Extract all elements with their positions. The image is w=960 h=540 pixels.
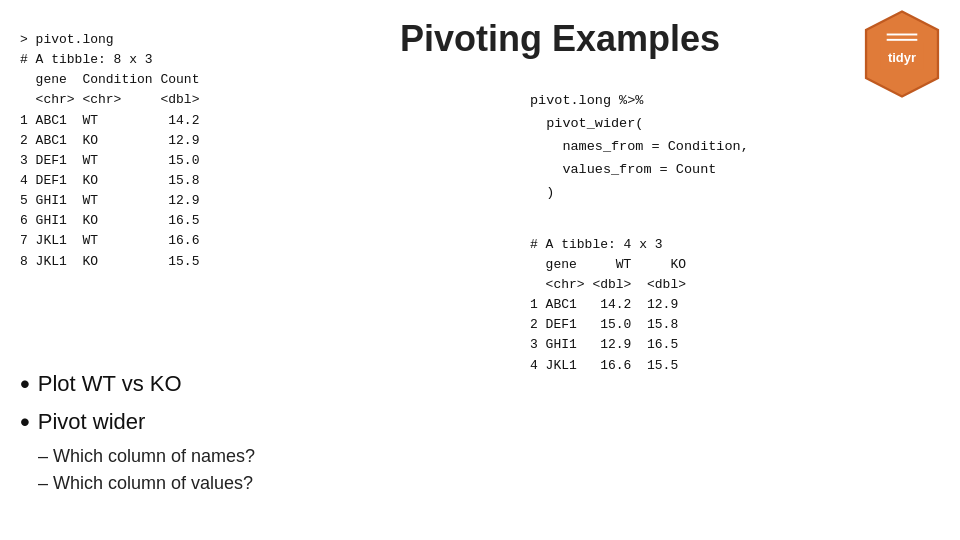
right-panel: pivot.long %>% pivot_wider( names_from =… <box>530 90 930 376</box>
left-code-block: > pivot.long # A tibble: 8 x 3 gene Cond… <box>20 30 280 272</box>
slide: Pivoting Examples > pivot.long # A tibbl… <box>0 0 960 540</box>
bullet-dot-2: • <box>20 408 30 436</box>
slide-title: Pivoting Examples <box>280 18 840 60</box>
bullet-item-2: • Pivot wider <box>20 408 320 436</box>
svg-text:tidyr: tidyr <box>888 50 916 65</box>
sub-bullet-2: – Which column of values? <box>38 473 320 494</box>
pivot-wider-code: pivot.long %>% pivot_wider( names_from =… <box>530 90 930 205</box>
bullet-item-1: • Plot WT vs KO <box>20 370 320 398</box>
tidyr-badge: tidyr tidyr <box>862 10 942 98</box>
bullet-label-1: Plot WT vs KO <box>38 371 182 397</box>
sub-bullet-1: – Which column of names? <box>38 446 320 467</box>
left-panel: > pivot.long # A tibble: 8 x 3 gene Cond… <box>20 30 280 272</box>
bullet-section: • Plot WT vs KO • Pivot wider – Which co… <box>20 370 320 500</box>
bullet-dot-1: • <box>20 370 30 398</box>
result-code: # A tibble: 4 x 3 gene WT KO <chr> <dbl>… <box>530 235 930 376</box>
bullet-label-2: Pivot wider <box>38 409 146 435</box>
